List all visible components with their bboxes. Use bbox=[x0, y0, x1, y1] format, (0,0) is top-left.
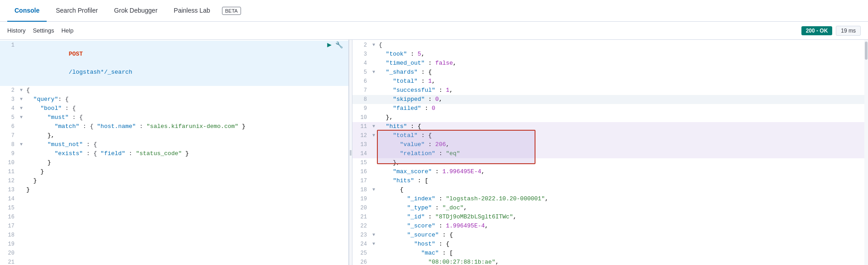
code-line-10: 10 } bbox=[0, 158, 348, 167]
right-line-9: 9 "failed" : 0 bbox=[352, 104, 868, 113]
right-line-10: 10 }, bbox=[352, 113, 868, 122]
right-line-number-9: 9 bbox=[352, 104, 371, 113]
code-line-21: 21 bbox=[0, 258, 348, 265]
token-space bbox=[69, 60, 72, 66]
right-fold-5[interactable]: ▼ bbox=[371, 68, 377, 77]
help-button[interactable]: Help bbox=[61, 25, 73, 36]
right-content-8: "skipped" : 0, bbox=[377, 95, 868, 104]
right-content-2: { bbox=[377, 41, 868, 50]
right-line-number-25: 25 bbox=[352, 249, 371, 258]
token-path: /logstash*/_search bbox=[69, 69, 132, 76]
code-line-13: 13 } bbox=[0, 185, 348, 194]
right-line-number-13: 13 bbox=[352, 140, 371, 149]
code-line-20: 20 bbox=[0, 249, 348, 258]
right-fold-11[interactable]: ▼ bbox=[371, 122, 377, 131]
right-content-25: "mac" : [ bbox=[377, 249, 868, 258]
line1-actions: ▶ 🔧 bbox=[327, 41, 348, 50]
right-line-21: 21 "_id" : "8TDj9oMB2bLSglt6ITWc", bbox=[352, 213, 868, 222]
right-line-number-11: 11 bbox=[352, 122, 371, 131]
line-number-7: 7 bbox=[0, 131, 18, 140]
tab-search-profiler[interactable]: Search Profiler bbox=[48, 0, 105, 22]
line-content-5: "must" : { bbox=[24, 113, 348, 122]
right-fold-18[interactable]: ▼ bbox=[371, 185, 377, 194]
line-fold-4[interactable]: ▼ bbox=[18, 104, 24, 113]
code-line-16: 16 bbox=[0, 213, 348, 222]
line-content-4: "bool" : { bbox=[24, 104, 348, 113]
scrollbar-track[interactable] bbox=[864, 40, 868, 265]
wrench-icon[interactable]: 🔧 bbox=[335, 41, 343, 50]
right-line-26: 26 "08:00:27:88:1b:ae", bbox=[352, 258, 868, 265]
code-line-2: 2 ▼ { bbox=[0, 86, 348, 95]
tab-painless-lab[interactable]: Painless Lab bbox=[167, 0, 217, 22]
right-line-23: 23 ▼ "_source" : { bbox=[352, 231, 868, 240]
right-line-number-10: 10 bbox=[352, 113, 371, 122]
right-line-5: 5 ▼ "_shards" : { bbox=[352, 68, 868, 77]
settings-button[interactable]: Settings bbox=[33, 25, 54, 36]
right-line-number-19: 19 bbox=[352, 194, 371, 203]
line-content-6: "match" : { "host.name" : "sales.kifarun… bbox=[24, 122, 348, 131]
right-line-4: 4 "timed_out" : false, bbox=[352, 59, 868, 68]
right-content-10: }, bbox=[377, 113, 868, 122]
line-number-11: 11 bbox=[0, 167, 18, 176]
line-number-6: 6 bbox=[0, 122, 18, 131]
right-line-18: 18 ▼ { bbox=[352, 185, 868, 194]
line-number-4: 4 bbox=[0, 104, 18, 113]
right-content-24: "host" : { bbox=[377, 240, 868, 249]
right-line-number-2: 2 bbox=[352, 41, 371, 50]
line-content-2: { bbox=[24, 86, 348, 95]
panel-divider[interactable]: ‖ bbox=[349, 40, 352, 265]
right-content-11: "hits" : { bbox=[377, 122, 868, 131]
right-line-12: 12 ▼ "total" : { bbox=[352, 131, 868, 140]
code-line-6: 6 "match" : { "host.name" : "sales.kifar… bbox=[0, 122, 348, 131]
line-content-7: }, bbox=[24, 131, 348, 140]
right-line-number-21: 21 bbox=[352, 213, 371, 222]
tab-grok-debugger[interactable]: Grok Debugger bbox=[107, 0, 165, 22]
status-ok-badge: 200 - OK bbox=[801, 26, 833, 35]
top-nav: Console Search Profiler Grok Debugger Pa… bbox=[0, 0, 868, 22]
right-line-number-23: 23 bbox=[352, 231, 371, 240]
history-button[interactable]: History bbox=[7, 25, 25, 36]
second-toolbar: History Settings Help 200 - OK 19 ms bbox=[0, 22, 868, 40]
right-line-number-14: 14 bbox=[352, 149, 371, 158]
tab-console[interactable]: Console bbox=[7, 0, 47, 22]
line-fold-8[interactable]: ▼ bbox=[18, 140, 24, 149]
right-content-21: "_id" : "8TDj9oMB2bLSglt6ITWc", bbox=[377, 213, 868, 222]
right-line-2: 2 ▼ { bbox=[352, 41, 868, 50]
right-code-editor: 2 ▼ { 3 "took" : 5, 4 "timed_out" : fals… bbox=[352, 40, 868, 265]
right-line-16: 16 "max_score" : 1.996495E-4, bbox=[352, 167, 868, 176]
right-line-20: 20 "_type" : "_doc", bbox=[352, 203, 868, 213]
right-line-14: 14 "relation" : "eq" bbox=[352, 149, 868, 158]
line-content-13: } bbox=[24, 185, 348, 194]
right-fold-12[interactable]: ▼ bbox=[371, 131, 377, 140]
right-line-17: 17 "hits" : [ bbox=[352, 176, 868, 185]
line-number-9: 9 bbox=[0, 149, 18, 158]
right-fold-23[interactable]: ▼ bbox=[371, 231, 377, 240]
right-line-number-8: 8 bbox=[352, 95, 371, 104]
line-number-10: 10 bbox=[0, 158, 18, 167]
code-line-18: 18 bbox=[0, 231, 348, 240]
run-icon[interactable]: ▶ bbox=[327, 41, 332, 50]
right-fold-24[interactable]: ▼ bbox=[371, 240, 377, 249]
line-fold-3[interactable]: ▼ bbox=[18, 95, 24, 104]
right-content-26: "08:00:27:88:1b:ae", bbox=[377, 258, 868, 265]
editor-container: 🦏 1 POST /logstash*/_search ▶ 🔧 bbox=[0, 40, 868, 265]
right-line-13: 13 "value" : 206, bbox=[352, 140, 868, 149]
line-number-13: 13 bbox=[0, 185, 18, 194]
code-line-14: 14 bbox=[0, 194, 348, 203]
left-code-editor[interactable]: 1 POST /logstash*/_search ▶ 🔧 2 ▼ bbox=[0, 40, 348, 265]
right-line-number-16: 16 bbox=[352, 167, 371, 176]
right-line-number-3: 3 bbox=[352, 50, 371, 59]
left-editor-panel: 🦏 1 POST /logstash*/_search ▶ 🔧 bbox=[0, 40, 349, 265]
line-content-12: } bbox=[24, 176, 348, 185]
line-fold-2[interactable]: ▼ bbox=[18, 86, 24, 95]
code-line-5: 5 ▼ "must" : { bbox=[0, 113, 348, 122]
right-content-14: "relation" : "eq" bbox=[377, 149, 868, 158]
right-line-3: 3 "took" : 5, bbox=[352, 50, 868, 59]
right-fold-2[interactable]: ▼ bbox=[371, 41, 377, 50]
right-line-number-22: 22 bbox=[352, 222, 371, 231]
right-line-number-15: 15 bbox=[352, 158, 371, 167]
line-fold-5[interactable]: ▼ bbox=[18, 113, 24, 122]
line-number-1: 1 bbox=[0, 41, 18, 50]
scrollbar-thumb[interactable] bbox=[865, 42, 868, 60]
line-number-3: 3 bbox=[0, 95, 18, 104]
